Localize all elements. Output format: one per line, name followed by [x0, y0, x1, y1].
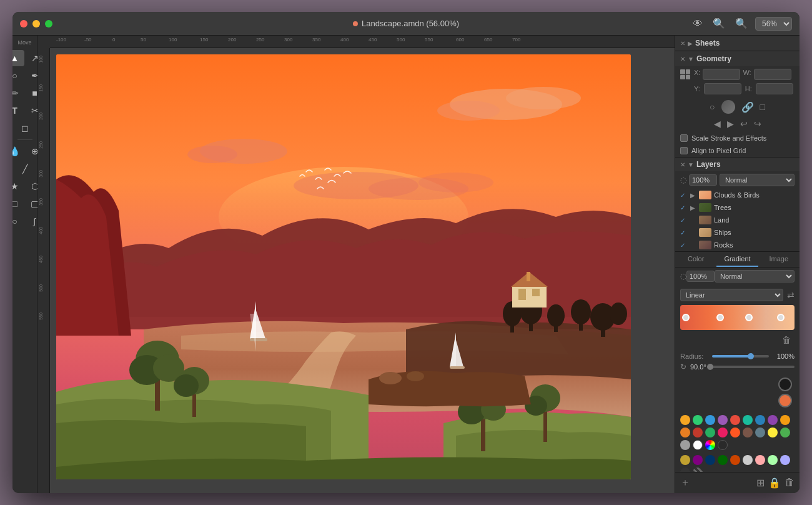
- gradient-stop-2[interactable]: [716, 314, 724, 321]
- swatch-brown[interactable]: [743, 428, 753, 438]
- layers-arrow-icon[interactable]: ▼: [688, 161, 694, 168]
- swatch-rust[interactable]: [730, 455, 740, 465]
- swatch-lightgreen[interactable]: [780, 428, 790, 438]
- swatch-lavender[interactable]: [780, 455, 790, 465]
- swatch-gold[interactable]: [680, 455, 690, 465]
- gradient-swap-icon[interactable]: ⇄: [787, 290, 795, 300]
- group-icon[interactable]: ⊞: [756, 477, 765, 489]
- geometry-close-icon[interactable]: ✕: [680, 56, 685, 62]
- swatch-purple[interactable]: [718, 415, 728, 425]
- zoom-in-icon[interactable]: 🔍: [733, 16, 750, 31]
- swatch-darkblue[interactable]: [755, 415, 765, 425]
- swatch-yellow[interactable]: [768, 428, 778, 438]
- swatch-forestgreen[interactable]: [718, 455, 728, 465]
- radius-slider[interactable]: [712, 355, 769, 358]
- canvas-illustration[interactable]: [56, 54, 631, 479]
- gradient-stop-3[interactable]: [745, 314, 753, 321]
- gradient-trash-icon[interactable]: 🗑: [781, 334, 792, 346]
- layers-close-icon[interactable]: ✕: [680, 161, 685, 168]
- background-color-swatch[interactable]: [778, 394, 792, 408]
- layer-item-ships[interactable]: ✓ Ships: [675, 226, 800, 239]
- swatch-blue[interactable]: [705, 415, 715, 425]
- circle-filled-icon[interactable]: [721, 100, 735, 114]
- flip-h-icon[interactable]: ◀: [714, 119, 721, 129]
- eye-icon[interactable]: 👁: [690, 17, 705, 31]
- cursor-tool-button[interactable]: ▲: [12, 50, 24, 66]
- swatch-darkgrey[interactable]: [680, 468, 690, 472]
- zoom-out-icon[interactable]: 🔍: [710, 16, 728, 31]
- swatch-lightgrey[interactable]: [743, 455, 753, 465]
- gradient-bar[interactable]: [680, 305, 795, 330]
- line-tool-button[interactable]: ╱: [16, 161, 34, 177]
- tab-gradient[interactable]: Gradient: [716, 252, 758, 267]
- sheets-arrow-icon[interactable]: ▶: [688, 40, 693, 47]
- rotate-cw-icon[interactable]: ↪: [754, 119, 761, 129]
- tab-color[interactable]: Color: [675, 252, 716, 267]
- zoom-select[interactable]: 56%: [755, 17, 792, 31]
- swatch-lightgreen2[interactable]: [768, 455, 778, 465]
- tab-image[interactable]: Image: [758, 252, 800, 267]
- geometry-arrow-icon[interactable]: ▼: [688, 56, 694, 62]
- y-input[interactable]: [704, 83, 741, 94]
- swatch-green[interactable]: [693, 415, 703, 425]
- layers-header[interactable]: ✕ ▼ Layers: [675, 158, 800, 171]
- layer-item-land[interactable]: ✓ Land: [675, 214, 800, 226]
- sheets-close-icon[interactable]: ✕: [680, 40, 685, 47]
- canvas-viewport[interactable]: [50, 48, 675, 493]
- w-input[interactable]: [754, 69, 791, 80]
- blend-mode-select[interactable]: Normal Multiply Screen: [720, 174, 795, 186]
- layer-item-clouds-birds[interactable]: ✓ ▶ Clouds & Birds: [675, 189, 800, 201]
- h-input[interactable]: [756, 83, 793, 94]
- rect-tool-button[interactable]: □: [12, 196, 24, 212]
- x-input[interactable]: [703, 69, 740, 80]
- ellipse-tool-button[interactable]: ○: [12, 213, 24, 229]
- swatch-bluegrey[interactable]: [755, 428, 765, 438]
- lock-icon[interactable]: 🔒: [768, 477, 781, 489]
- star-tool-button[interactable]: ★: [12, 178, 24, 194]
- gradient-stop-1[interactable]: [682, 314, 690, 321]
- swatch-darkred[interactable]: [693, 428, 703, 438]
- add-layer-button[interactable]: ＋: [680, 476, 690, 489]
- foreground-color-swatch[interactable]: [778, 378, 792, 391]
- eyedropper-tool-button[interactable]: 💧: [12, 143, 24, 159]
- close-button[interactable]: [20, 20, 27, 28]
- align-pixel-checkbox[interactable]: [680, 147, 688, 154]
- swatch-orange[interactable]: [680, 415, 690, 425]
- swatch-black[interactable]: [718, 440, 728, 450]
- swatch-grey[interactable]: [680, 440, 690, 450]
- swatch-teal[interactable]: [743, 415, 753, 425]
- swatch-white[interactable]: [693, 440, 703, 450]
- gradient-opacity-input[interactable]: [686, 271, 715, 282]
- swatch-deeporange[interactable]: [730, 428, 740, 438]
- sheets-header[interactable]: ✕ ▶ Sheets: [675, 36, 800, 51]
- swatch-amber[interactable]: [780, 415, 790, 425]
- text-tool-button[interactable]: T: [12, 102, 24, 119]
- layer-item-rocks[interactable]: ✓ Rocks: [675, 239, 800, 251]
- pencil-tool-button[interactable]: ✏: [12, 85, 24, 101]
- swatch-red[interactable]: [730, 415, 740, 425]
- delete-layer-button[interactable]: 🗑: [785, 477, 795, 489]
- swatch-darkorange[interactable]: [680, 428, 690, 438]
- swatch-rainbow[interactable]: [705, 440, 715, 450]
- chain-link-icon[interactable]: 🔗: [741, 101, 754, 113]
- swatch-violet[interactable]: [693, 455, 703, 465]
- swatch-lightpink[interactable]: [755, 455, 765, 465]
- maximize-button[interactable]: [45, 20, 52, 28]
- opacity-input[interactable]: [689, 174, 717, 186]
- gradient-stop-4[interactable]: [777, 314, 785, 321]
- flip-v-icon[interactable]: ▶: [727, 119, 734, 129]
- swatch-pattern[interactable]: [693, 468, 703, 472]
- lasso-tool-button[interactable]: ○: [12, 68, 24, 84]
- eraser-tool-button[interactable]: ◻: [16, 120, 34, 136]
- geometry-header[interactable]: ✕ ▼ Geometry: [675, 51, 800, 66]
- scale-stroke-checkbox[interactable]: [680, 134, 688, 142]
- rotate-ccw-icon[interactable]: ↩: [740, 119, 748, 129]
- circle-outline-icon[interactable]: ○: [710, 102, 715, 112]
- gradient-blend-select[interactable]: Normal Multiply: [715, 270, 795, 282]
- swatch-darkpurple[interactable]: [768, 415, 778, 425]
- layer-item-trees[interactable]: ✓ ▶ Trees: [675, 201, 800, 214]
- swatch-darkgreen[interactable]: [705, 428, 715, 438]
- swatch-pink[interactable]: [718, 428, 728, 438]
- minimize-button[interactable]: [32, 20, 40, 28]
- swatch-navy[interactable]: [705, 455, 715, 465]
